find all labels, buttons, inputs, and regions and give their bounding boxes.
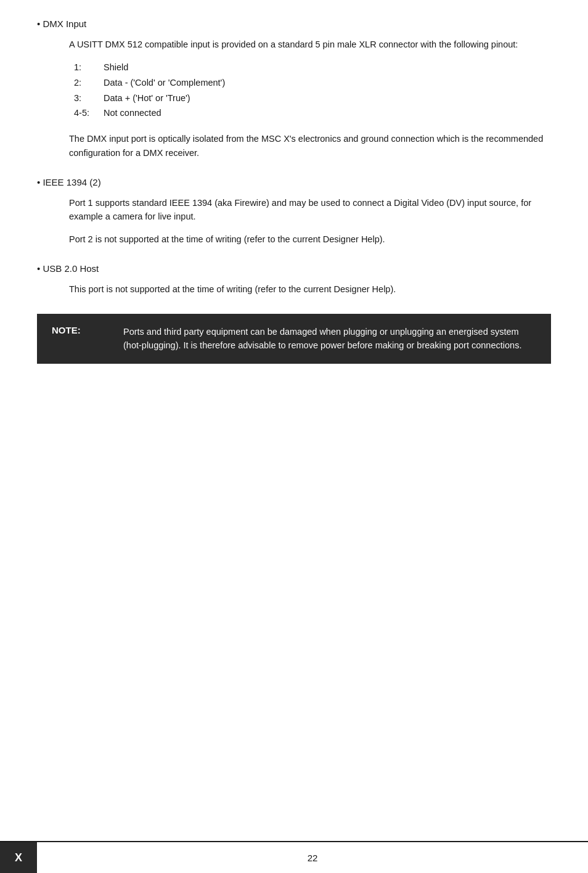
footer-x-label: X	[15, 851, 22, 864]
dmx-input-body: A USITT DMX 512 compatible input is prov…	[37, 38, 551, 160]
page-footer: X 22	[0, 841, 588, 873]
pin-desc-2: Data - ('Cold' or 'Complement')	[104, 75, 225, 91]
note-text: Ports and third party equipment can be d…	[123, 325, 536, 353]
dmx-body-text: The DMX input port is optically isolated…	[69, 132, 551, 160]
dmx-input-section: • DMX Input A USITT DMX 512 compatible i…	[37, 18, 551, 160]
note-label: NOTE:	[52, 325, 113, 335]
dmx-intro-text: A USITT DMX 512 compatible input is prov…	[69, 38, 551, 51]
ieee-para-1: Port 1 supports standard IEEE 1394 (aka …	[69, 196, 551, 224]
pin-num-45: 4-5:	[74, 105, 104, 121]
footer-page-number: 22	[37, 842, 588, 873]
usb-host-label: • USB 2.0 Host	[37, 263, 99, 274]
pin-desc-45: Not connected	[104, 105, 161, 121]
usb-host-section: • USB 2.0 Host This port is not supporte…	[37, 263, 551, 296]
usb-host-para: This port is not supported at the time o…	[69, 282, 551, 296]
pin-row-45: 4-5: Not connected	[74, 105, 551, 121]
footer-x-box: X	[0, 842, 37, 873]
ieee-1394-heading: • IEEE 1394 (2)	[37, 177, 551, 187]
pin-row-1: 1: Shield	[74, 60, 551, 75]
page-number: 22	[308, 853, 318, 863]
pin-desc-1: Shield	[104, 60, 128, 75]
pinout-table: 1: Shield 2: Data - ('Cold' or 'Compleme…	[69, 60, 551, 121]
pin-desc-3: Data + ('Hot' or 'True')	[104, 91, 190, 106]
note-box: NOTE: Ports and third party equipment ca…	[37, 314, 551, 364]
ieee-1394-body: Port 1 supports standard IEEE 1394 (aka …	[37, 196, 551, 246]
dmx-input-label: • DMX Input	[37, 18, 86, 29]
ieee-para-2: Port 2 is not supported at the time of w…	[69, 232, 551, 246]
pin-row-2: 2: Data - ('Cold' or 'Complement')	[74, 75, 551, 91]
page-content: • DMX Input A USITT DMX 512 compatible i…	[0, 0, 588, 413]
usb-host-heading: • USB 2.0 Host	[37, 263, 551, 274]
dmx-input-heading: • DMX Input	[37, 18, 551, 29]
pin-num-3: 3:	[74, 91, 104, 106]
pin-num-1: 1:	[74, 60, 104, 75]
pin-row-3: 3: Data + ('Hot' or 'True')	[74, 91, 551, 106]
ieee-1394-section: • IEEE 1394 (2) Port 1 supports standard…	[37, 177, 551, 246]
ieee-1394-label: • IEEE 1394 (2)	[37, 177, 101, 187]
pin-num-2: 2:	[74, 75, 104, 91]
usb-host-body: This port is not supported at the time o…	[37, 282, 551, 296]
